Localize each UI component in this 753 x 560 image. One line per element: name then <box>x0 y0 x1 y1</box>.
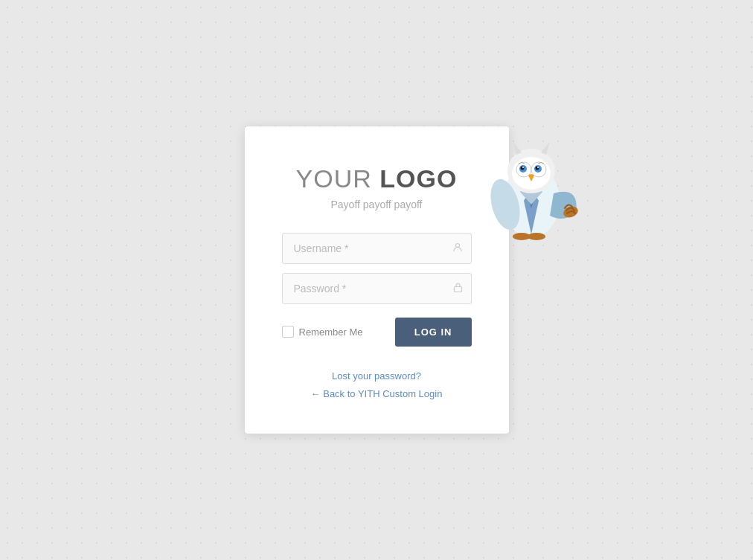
remember-me-text: Remember Me <box>299 326 363 338</box>
form-actions: Remember Me LOG IN <box>282 318 472 347</box>
back-link[interactable]: ← Back to YITH Custom Login <box>282 385 472 404</box>
svg-point-12 <box>522 167 524 168</box>
login-button[interactable]: LOG IN <box>395 318 472 347</box>
password-input[interactable] <box>282 273 472 304</box>
svg-point-13 <box>537 167 539 168</box>
login-card: YOUR LOGO Payoff payoff payoff <box>245 126 509 434</box>
page-wrapper: YOUR LOGO Payoff payoff payoff <box>245 126 509 434</box>
tagline: Payoff payoff payoff <box>282 199 472 210</box>
logo-display: YOUR LOGO <box>282 164 472 194</box>
remember-me-label[interactable]: Remember Me <box>282 326 363 338</box>
lost-password-link[interactable]: Lost your password? <box>282 367 472 386</box>
svg-point-16 <box>528 233 545 240</box>
logo-section: YOUR LOGO Payoff payoff payoff <box>282 164 472 210</box>
username-input[interactable] <box>282 233 472 264</box>
username-field-group <box>282 233 472 264</box>
password-field-group <box>282 273 472 304</box>
svg-point-10 <box>520 166 524 170</box>
svg-point-11 <box>535 166 539 170</box>
owl-mascot <box>483 104 580 253</box>
links-section: Lost your password? ← Back to YITH Custo… <box>282 367 472 404</box>
remember-checkbox[interactable] <box>282 326 294 338</box>
logo-bold: LOGO <box>379 164 457 193</box>
logo-your: YOUR <box>296 164 380 193</box>
